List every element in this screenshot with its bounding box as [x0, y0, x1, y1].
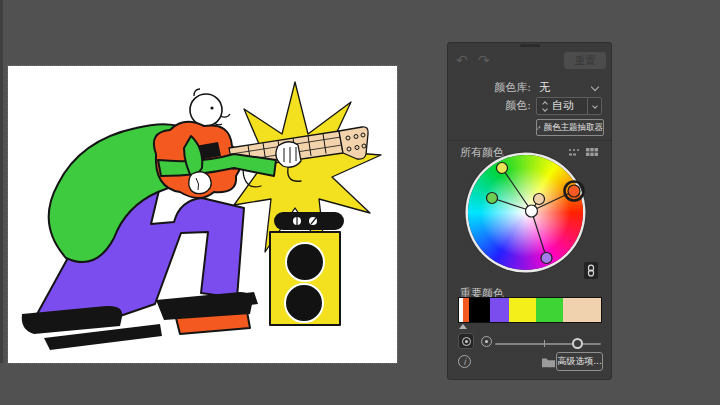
bars-grid-icon[interactable]: [586, 148, 598, 157]
speaker-cone[interactable]: [285, 284, 323, 322]
theme-picker-label: 颜色主题抽取器: [544, 122, 604, 134]
dot-mode-button[interactable]: [481, 336, 492, 347]
head[interactable]: [190, 94, 222, 126]
guitarist-artwork: [8, 66, 397, 363]
color-library-label: 颜色库:: [478, 81, 531, 95]
color-swatch[interactable]: [563, 298, 601, 322]
wheel-handle-beige[interactable]: [534, 194, 545, 205]
colors-dropdown[interactable]: [587, 98, 601, 114]
color-theme-picker-button[interactable]: 颜色主题抽取器: [536, 119, 604, 136]
color-swatch[interactable]: [490, 298, 510, 322]
harmony-spoke: [502, 168, 532, 211]
colors-value: 自动: [549, 99, 587, 113]
section-divider: [448, 140, 611, 141]
dot-mode-icon: [485, 340, 488, 343]
folder-icon[interactable]: [541, 356, 556, 368]
prominent-swatch-bar[interactable]: [458, 297, 602, 323]
speaker-cone[interactable]: [286, 243, 324, 281]
eyedropper-icon: [537, 123, 541, 133]
color-swatch[interactable]: [509, 298, 536, 322]
link-icon: [586, 264, 596, 277]
colors-combobox[interactable]: 自动: [536, 97, 602, 115]
panel-drag-handle[interactable]: [520, 44, 540, 47]
eye-dot: [210, 106, 213, 109]
color-swatch[interactable]: [536, 298, 563, 322]
strumming-hand[interactable]: [189, 172, 211, 194]
fretting-hand[interactable]: [276, 142, 301, 167]
harmony-spoke: [532, 211, 547, 258]
document-edge: [0, 0, 3, 363]
illustrator-workspace: ↶ ↷ 重置 颜色库: 无 颜色: 自动 颜色主题抽取器 所有颜色: [0, 0, 720, 405]
slider-midpoint-tick: [544, 340, 545, 347]
wheel-handle-purple[interactable]: [541, 253, 552, 264]
wheel-handle-center[interactable]: [526, 205, 538, 217]
swatch-marker[interactable]: [459, 324, 467, 329]
mouth-line: [214, 123, 222, 125]
wheel-handle-orange[interactable]: [568, 185, 580, 197]
wheel-handle-yellow[interactable]: [497, 163, 508, 174]
link-harmony-toggle[interactable]: [584, 262, 598, 279]
brightness-slider-track[interactable]: [495, 343, 601, 345]
reset-button[interactable]: 重置: [564, 52, 606, 69]
advanced-options-button[interactable]: 高级选项...: [556, 352, 603, 371]
brightness-slider-handle[interactable]: [572, 338, 583, 349]
color-wheel[interactable]: [468, 155, 583, 270]
undo-icon[interactable]: ↶: [456, 53, 468, 67]
info-icon[interactable]: i: [458, 355, 471, 368]
redo-icon[interactable]: ↷: [478, 53, 490, 67]
shoe-left[interactable]: [22, 306, 122, 334]
artboard[interactable]: [8, 66, 397, 363]
chevron-down-icon[interactable]: [591, 83, 599, 91]
wheel-overlay: [468, 155, 583, 270]
color-library-select[interactable]: 无: [539, 81, 550, 95]
stepper-icon[interactable]: [537, 102, 549, 111]
wheel-mode-icon: [462, 337, 471, 346]
wheel-handle-green[interactable]: [487, 193, 498, 204]
colors-label: 颜色:: [478, 99, 531, 113]
wheel-mode-button-selected[interactable]: [458, 333, 474, 349]
recolor-artwork-panel: ↶ ↷ 重置 颜色库: 无 颜色: 自动 颜色主题抽取器 所有颜色: [447, 42, 612, 380]
color-swatch[interactable]: [469, 298, 490, 322]
